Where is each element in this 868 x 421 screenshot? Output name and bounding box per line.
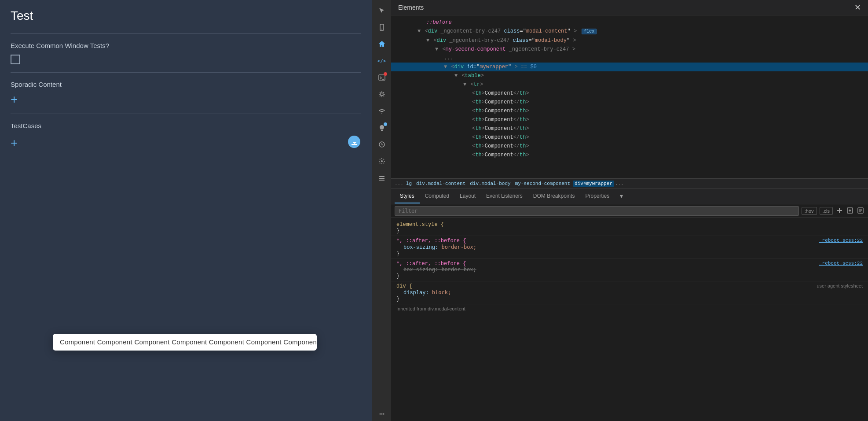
cls-button[interactable]: .cls: [820, 207, 833, 215]
style-rule-universal-2: _reboot.scss:22 *, ::after, ::before { b…: [391, 259, 868, 281]
hov-button[interactable]: :hov: [802, 207, 817, 215]
svg-point-14: [383, 414, 384, 415]
breadcrumb-lg[interactable]: lg: [404, 181, 414, 187]
console-icon[interactable]: [375, 70, 389, 85]
rule-selector-universal-1: _reboot.scss:22 *, ::after, ::before {: [396, 238, 863, 244]
rule-source-reboot-2[interactable]: _reboot.scss:22: [819, 261, 863, 266]
palette-icon[interactable]: [375, 137, 389, 151]
testcases-row: +: [11, 135, 361, 151]
left-panel: Test Execute Common Window Tests? Sporad…: [0, 0, 372, 421]
rule-source-reboot-1[interactable]: _reboot.scss:22: [819, 238, 863, 243]
testcases-label: TestCases: [11, 122, 361, 129]
tree-node-dots[interactable]: ...: [391, 54, 868, 63]
rule-close-universal-1: }: [396, 251, 863, 257]
tree-node-before[interactable]: ::before: [391, 18, 868, 27]
breadcrumb-modal-content[interactable]: div.modal-content: [414, 181, 467, 187]
rule-selector-element: element.style {: [396, 222, 863, 228]
add-style-rule-button[interactable]: [835, 207, 843, 216]
rule-close-universal-2: }: [396, 273, 863, 279]
tab-dom-breakpoints[interactable]: DOM Breakpoints: [528, 189, 580, 203]
tree-node-th-5[interactable]: <th>Component</th>: [391, 124, 868, 133]
bug-icon[interactable]: [375, 87, 389, 101]
tree-node-th-2[interactable]: <th>Component</th>: [391, 98, 868, 107]
elements-tree[interactable]: ::before ▼ <div _ngcontent-bry-c247 clas…: [391, 15, 868, 178]
breadcrumb-bar: ... lg div.modal-content div.modal-body …: [391, 178, 868, 189]
tab-more[interactable]: ▾: [615, 189, 628, 204]
refresh-styles-button[interactable]: [857, 207, 864, 216]
filter-bar: :hov .cls: [391, 204, 868, 218]
tree-node-tr[interactable]: ▼ <tr>: [391, 80, 868, 89]
tree-node-mywrapper[interactable]: ▼ <div id="mywrapper" > == $0: [391, 63, 868, 71]
rule-source-ua: user agent stylesheet: [817, 283, 863, 288]
devtools-panel: Elements ✕ ::before ▼ <div _ngcontent-br…: [391, 0, 868, 421]
sporadic-content-section: Sporadic Content +: [11, 72, 361, 114]
rule-close-div: }: [396, 296, 863, 302]
tree-node-th-7[interactable]: <th>Component</th>: [391, 142, 868, 151]
execute-common-section: Execute Common Window Tests?: [11, 33, 361, 72]
tree-node-th-3[interactable]: <th>Component</th>: [391, 107, 868, 115]
testcases-add-button[interactable]: +: [11, 137, 18, 149]
lightbulb-icon[interactable]: [375, 121, 389, 135]
layers-icon[interactable]: [375, 171, 389, 185]
more-tools-icon[interactable]: [375, 407, 389, 421]
style-rule-element: element.style { }: [391, 220, 868, 236]
svg-point-6: [381, 93, 383, 96]
lightbulb-badge: [384, 122, 387, 126]
breadcrumb-more[interactable]: ...: [615, 181, 624, 186]
rule-close-element: }: [396, 228, 863, 234]
style-rule-universal-1: _reboot.scss:22 *, ::after, ::before { b…: [391, 236, 868, 259]
tree-node-th-6[interactable]: <th>Component</th>: [391, 133, 868, 142]
devtools-close-button[interactable]: ✕: [854, 3, 861, 12]
breadcrumb-modal-body[interactable]: div.modal-body: [468, 181, 512, 187]
wifi-icon[interactable]: [375, 104, 389, 118]
tab-computed[interactable]: Computed: [420, 189, 454, 203]
tab-properties[interactable]: Properties: [580, 189, 615, 203]
sporadic-content-label: Sporadic Content: [11, 81, 361, 88]
svg-rect-9: [379, 176, 385, 177]
execute-common-label: Execute Common Window Tests?: [11, 42, 361, 49]
code-icon[interactable]: </>: [375, 54, 389, 68]
svg-rect-10: [379, 178, 385, 179]
testcases-section: TestCases +: [11, 114, 361, 159]
tab-styles[interactable]: Styles: [395, 189, 420, 203]
tree-node-table[interactable]: ▼ <table>: [391, 71, 868, 80]
breadcrumb-dots-left[interactable]: ...: [395, 181, 403, 186]
settings-icon[interactable]: [375, 154, 389, 168]
new-rule-button[interactable]: [846, 207, 854, 216]
tab-layout[interactable]: Layout: [454, 189, 481, 203]
breadcrumb-mywrapper[interactable]: div#mywrapper: [573, 181, 614, 187]
page-title: Test: [11, 9, 361, 23]
tree-node-modal-content[interactable]: ▼ <div _ngcontent-bry-c247 class="modal-…: [391, 27, 868, 36]
execute-common-checkbox[interactable]: [11, 55, 20, 64]
tree-node-my-second-component[interactable]: ▼ <my-second-component _ngcontent-bry-c2…: [391, 45, 868, 54]
pointer-icon[interactable]: [375, 4, 389, 18]
devtools-title: Elements: [398, 4, 424, 11]
rule-selector-universal-2: _reboot.scss:22 *, ::after, ::before {: [396, 261, 863, 267]
checkbox-wrapper: [11, 55, 361, 64]
svg-point-12: [379, 414, 381, 415]
svg-point-13: [381, 414, 382, 415]
home-icon[interactable]: [375, 37, 389, 51]
rule-prop-box-sizing-2: box-sizing: border-box;: [396, 267, 863, 273]
console-badge: [384, 72, 387, 76]
devtools-header: Elements ✕: [391, 0, 868, 15]
download-icon[interactable]: [347, 135, 361, 151]
tree-node-th-8[interactable]: <th>Component</th>: [391, 151, 868, 159]
rule-selector-div: user agent stylesheet div {: [396, 283, 863, 289]
flex-badge: flex: [582, 29, 597, 34]
tree-node-th-1[interactable]: <th>Component</th>: [391, 89, 868, 98]
mobile-icon[interactable]: [375, 20, 389, 34]
tree-node-th-4[interactable]: <th>Component</th>: [391, 115, 868, 124]
devtools-sidebar: </>: [372, 0, 391, 421]
svg-point-4: [381, 29, 382, 30]
tree-node-modal-body[interactable]: ▼ <div _ngcontent-bry-c247 class="modal-…: [391, 36, 868, 45]
filter-input[interactable]: [395, 206, 799, 216]
svg-rect-2: [352, 144, 357, 145]
svg-rect-11: [379, 180, 385, 181]
modal-content-text: Component Component Component Component …: [60, 338, 317, 346]
styles-content: element.style { } _reboot.scss:22 *, ::a…: [391, 218, 868, 421]
rule-prop-display: display: block;: [396, 289, 863, 296]
sporadic-add-button[interactable]: +: [11, 93, 18, 106]
tab-event-listeners[interactable]: Event Listeners: [481, 189, 528, 203]
breadcrumb-my-second-component[interactable]: my-second-component: [513, 181, 572, 187]
